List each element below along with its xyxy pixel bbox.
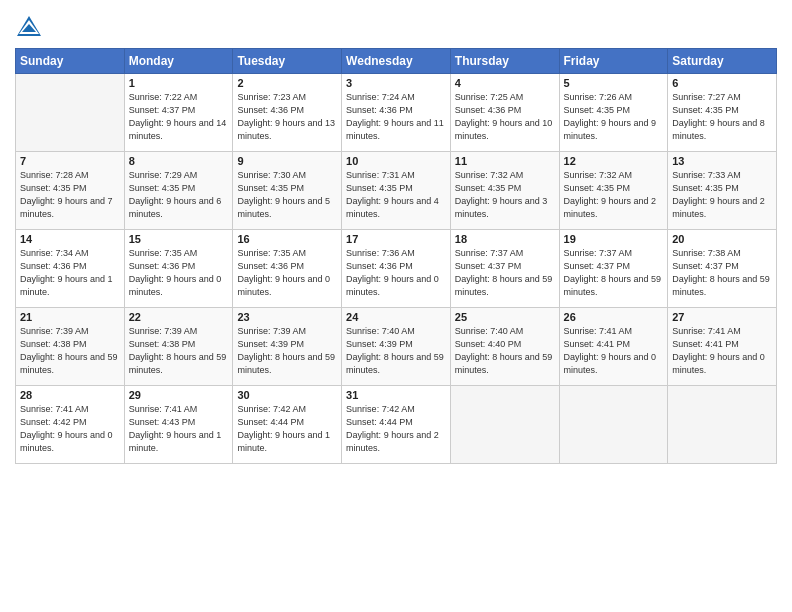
calendar-day-cell (16, 74, 125, 152)
calendar-day-cell: 24 Sunrise: 7:40 AMSunset: 4:39 PMDaylig… (342, 308, 451, 386)
day-info: Sunrise: 7:37 AMSunset: 4:37 PMDaylight:… (564, 247, 664, 299)
day-info: Sunrise: 7:42 AMSunset: 4:44 PMDaylight:… (346, 403, 446, 455)
day-number: 13 (672, 155, 772, 167)
calendar-day-cell: 7 Sunrise: 7:28 AMSunset: 4:35 PMDayligh… (16, 152, 125, 230)
calendar-day-cell: 17 Sunrise: 7:36 AMSunset: 4:36 PMDaylig… (342, 230, 451, 308)
day-info: Sunrise: 7:32 AMSunset: 4:35 PMDaylight:… (564, 169, 664, 221)
calendar-table: SundayMondayTuesdayWednesdayThursdayFrid… (15, 48, 777, 464)
day-number: 10 (346, 155, 446, 167)
day-info: Sunrise: 7:41 AMSunset: 4:42 PMDaylight:… (20, 403, 120, 455)
day-info: Sunrise: 7:24 AMSunset: 4:36 PMDaylight:… (346, 91, 446, 143)
calendar-day-cell: 16 Sunrise: 7:35 AMSunset: 4:36 PMDaylig… (233, 230, 342, 308)
day-number: 19 (564, 233, 664, 245)
day-number: 21 (20, 311, 120, 323)
calendar-day-cell: 4 Sunrise: 7:25 AMSunset: 4:36 PMDayligh… (450, 74, 559, 152)
day-number: 16 (237, 233, 337, 245)
calendar-day-cell: 13 Sunrise: 7:33 AMSunset: 4:35 PMDaylig… (668, 152, 777, 230)
day-info: Sunrise: 7:41 AMSunset: 4:41 PMDaylight:… (672, 325, 772, 377)
day-info: Sunrise: 7:29 AMSunset: 4:35 PMDaylight:… (129, 169, 229, 221)
day-number: 11 (455, 155, 555, 167)
day-info: Sunrise: 7:26 AMSunset: 4:35 PMDaylight:… (564, 91, 664, 143)
day-info: Sunrise: 7:36 AMSunset: 4:36 PMDaylight:… (346, 247, 446, 299)
calendar-week-row: 7 Sunrise: 7:28 AMSunset: 4:35 PMDayligh… (16, 152, 777, 230)
day-info: Sunrise: 7:40 AMSunset: 4:39 PMDaylight:… (346, 325, 446, 377)
day-number: 23 (237, 311, 337, 323)
calendar-day-cell: 26 Sunrise: 7:41 AMSunset: 4:41 PMDaylig… (559, 308, 668, 386)
calendar-day-cell: 21 Sunrise: 7:39 AMSunset: 4:38 PMDaylig… (16, 308, 125, 386)
calendar-header-wednesday: Wednesday (342, 49, 451, 74)
day-info: Sunrise: 7:35 AMSunset: 4:36 PMDaylight:… (237, 247, 337, 299)
day-info: Sunrise: 7:33 AMSunset: 4:35 PMDaylight:… (672, 169, 772, 221)
calendar-day-cell (559, 386, 668, 464)
day-number: 3 (346, 77, 446, 89)
day-info: Sunrise: 7:41 AMSunset: 4:41 PMDaylight:… (564, 325, 664, 377)
day-info: Sunrise: 7:39 AMSunset: 4:38 PMDaylight:… (129, 325, 229, 377)
calendar-header-row: SundayMondayTuesdayWednesdayThursdayFrid… (16, 49, 777, 74)
day-number: 7 (20, 155, 120, 167)
day-info: Sunrise: 7:28 AMSunset: 4:35 PMDaylight:… (20, 169, 120, 221)
calendar-header-saturday: Saturday (668, 49, 777, 74)
calendar-day-cell: 1 Sunrise: 7:22 AMSunset: 4:37 PMDayligh… (124, 74, 233, 152)
day-info: Sunrise: 7:30 AMSunset: 4:35 PMDaylight:… (237, 169, 337, 221)
calendar-day-cell: 11 Sunrise: 7:32 AMSunset: 4:35 PMDaylig… (450, 152, 559, 230)
day-number: 17 (346, 233, 446, 245)
day-info: Sunrise: 7:23 AMSunset: 4:36 PMDaylight:… (237, 91, 337, 143)
day-number: 2 (237, 77, 337, 89)
calendar-week-row: 1 Sunrise: 7:22 AMSunset: 4:37 PMDayligh… (16, 74, 777, 152)
calendar-day-cell: 18 Sunrise: 7:37 AMSunset: 4:37 PMDaylig… (450, 230, 559, 308)
day-info: Sunrise: 7:41 AMSunset: 4:43 PMDaylight:… (129, 403, 229, 455)
calendar-day-cell: 3 Sunrise: 7:24 AMSunset: 4:36 PMDayligh… (342, 74, 451, 152)
calendar-day-cell: 5 Sunrise: 7:26 AMSunset: 4:35 PMDayligh… (559, 74, 668, 152)
day-number: 9 (237, 155, 337, 167)
day-number: 30 (237, 389, 337, 401)
day-info: Sunrise: 7:34 AMSunset: 4:36 PMDaylight:… (20, 247, 120, 299)
header (15, 10, 777, 42)
calendar-week-row: 14 Sunrise: 7:34 AMSunset: 4:36 PMDaylig… (16, 230, 777, 308)
day-info: Sunrise: 7:22 AMSunset: 4:37 PMDaylight:… (129, 91, 229, 143)
day-info: Sunrise: 7:25 AMSunset: 4:36 PMDaylight:… (455, 91, 555, 143)
day-number: 4 (455, 77, 555, 89)
calendar-header-thursday: Thursday (450, 49, 559, 74)
day-number: 26 (564, 311, 664, 323)
day-info: Sunrise: 7:32 AMSunset: 4:35 PMDaylight:… (455, 169, 555, 221)
calendar-day-cell: 12 Sunrise: 7:32 AMSunset: 4:35 PMDaylig… (559, 152, 668, 230)
calendar-week-row: 21 Sunrise: 7:39 AMSunset: 4:38 PMDaylig… (16, 308, 777, 386)
day-number: 14 (20, 233, 120, 245)
day-info: Sunrise: 7:35 AMSunset: 4:36 PMDaylight:… (129, 247, 229, 299)
day-info: Sunrise: 7:38 AMSunset: 4:37 PMDaylight:… (672, 247, 772, 299)
calendar-day-cell: 28 Sunrise: 7:41 AMSunset: 4:42 PMDaylig… (16, 386, 125, 464)
page: SundayMondayTuesdayWednesdayThursdayFrid… (0, 0, 792, 612)
day-info: Sunrise: 7:40 AMSunset: 4:40 PMDaylight:… (455, 325, 555, 377)
calendar-header-tuesday: Tuesday (233, 49, 342, 74)
calendar-day-cell: 25 Sunrise: 7:40 AMSunset: 4:40 PMDaylig… (450, 308, 559, 386)
calendar-day-cell: 29 Sunrise: 7:41 AMSunset: 4:43 PMDaylig… (124, 386, 233, 464)
day-number: 15 (129, 233, 229, 245)
day-number: 28 (20, 389, 120, 401)
calendar-day-cell: 10 Sunrise: 7:31 AMSunset: 4:35 PMDaylig… (342, 152, 451, 230)
day-number: 27 (672, 311, 772, 323)
calendar-day-cell: 15 Sunrise: 7:35 AMSunset: 4:36 PMDaylig… (124, 230, 233, 308)
calendar-day-cell: 6 Sunrise: 7:27 AMSunset: 4:35 PMDayligh… (668, 74, 777, 152)
logo (15, 14, 47, 42)
day-number: 22 (129, 311, 229, 323)
day-number: 18 (455, 233, 555, 245)
day-number: 20 (672, 233, 772, 245)
day-info: Sunrise: 7:39 AMSunset: 4:38 PMDaylight:… (20, 325, 120, 377)
calendar-header-monday: Monday (124, 49, 233, 74)
day-number: 24 (346, 311, 446, 323)
calendar-day-cell: 8 Sunrise: 7:29 AMSunset: 4:35 PMDayligh… (124, 152, 233, 230)
calendar-header-sunday: Sunday (16, 49, 125, 74)
calendar-week-row: 28 Sunrise: 7:41 AMSunset: 4:42 PMDaylig… (16, 386, 777, 464)
day-number: 12 (564, 155, 664, 167)
day-info: Sunrise: 7:37 AMSunset: 4:37 PMDaylight:… (455, 247, 555, 299)
calendar-day-cell: 20 Sunrise: 7:38 AMSunset: 4:37 PMDaylig… (668, 230, 777, 308)
generalblue-logo-icon (15, 14, 43, 42)
day-number: 5 (564, 77, 664, 89)
calendar-day-cell: 31 Sunrise: 7:42 AMSunset: 4:44 PMDaylig… (342, 386, 451, 464)
calendar-day-cell: 9 Sunrise: 7:30 AMSunset: 4:35 PMDayligh… (233, 152, 342, 230)
calendar-day-cell: 30 Sunrise: 7:42 AMSunset: 4:44 PMDaylig… (233, 386, 342, 464)
day-info: Sunrise: 7:42 AMSunset: 4:44 PMDaylight:… (237, 403, 337, 455)
day-info: Sunrise: 7:31 AMSunset: 4:35 PMDaylight:… (346, 169, 446, 221)
day-number: 31 (346, 389, 446, 401)
calendar-day-cell: 22 Sunrise: 7:39 AMSunset: 4:38 PMDaylig… (124, 308, 233, 386)
